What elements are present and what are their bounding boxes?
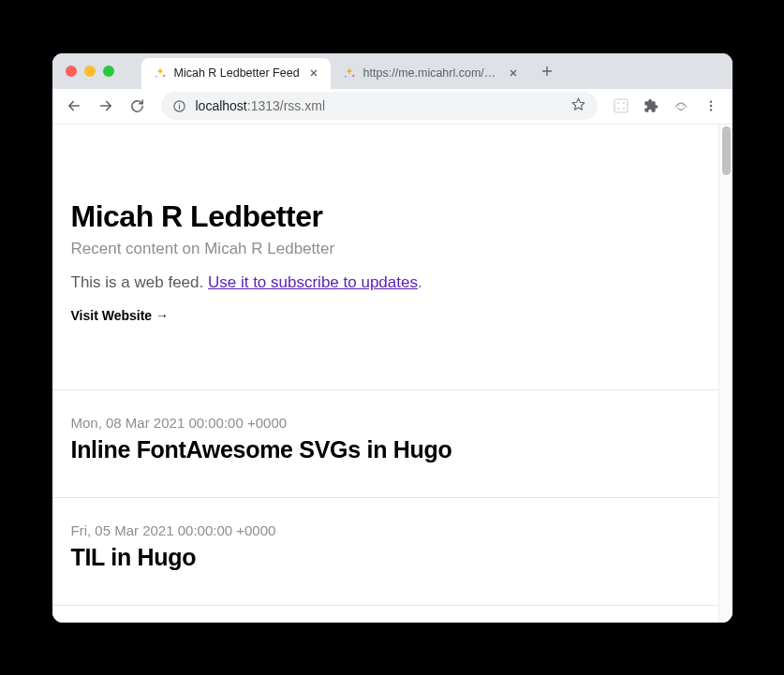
feed-entry: Mon, 08 Mar 2021 00:00:00 +0000 Inline F… xyxy=(52,389,718,497)
url-text: localhost:1313/rss.xml xyxy=(196,98,561,113)
extension-icon-2[interactable] xyxy=(667,92,695,120)
svg-point-5 xyxy=(623,102,625,104)
minimize-window-button[interactable] xyxy=(84,66,96,77)
feed-title: Micah R Ledbetter xyxy=(71,199,700,234)
feed-desc-suffix: . xyxy=(418,273,422,291)
tab-title: https://me.micahrl.com/rss.xml xyxy=(363,66,499,80)
tab-strip: Micah R Ledbetter Feed https://me.micahr… xyxy=(52,53,732,89)
maximize-window-button[interactable] xyxy=(103,66,114,77)
close-tab-icon[interactable] xyxy=(306,66,321,81)
menu-button[interactable] xyxy=(697,92,725,120)
url-host: localhost xyxy=(196,98,247,113)
feed-entry: Fri, 05 Mar 2021 00:00:00 +0000 TIL in H… xyxy=(52,497,718,605)
extensions-puzzle-icon[interactable] xyxy=(637,92,665,120)
tab-inactive[interactable]: https://me.micahrl.com/rss.xml xyxy=(331,58,530,89)
svg-rect-3 xyxy=(614,99,628,112)
forward-button[interactable] xyxy=(92,92,120,120)
svg-point-4 xyxy=(617,102,619,104)
svg-point-7 xyxy=(623,108,625,110)
entry-title[interactable]: TIL in Hugo xyxy=(71,544,700,571)
svg-point-8 xyxy=(678,105,679,106)
feed-subtitle: Recent content on Micah R Ledbetter xyxy=(71,240,700,258)
bookmark-star-icon[interactable] xyxy=(570,96,586,115)
entry-title[interactable]: Inline FontAwesome SVGs in Hugo xyxy=(71,436,700,463)
feed-entry-partial xyxy=(52,605,718,623)
entries-list: Mon, 08 Mar 2021 00:00:00 +0000 Inline F… xyxy=(52,389,718,623)
svg-point-6 xyxy=(617,108,619,110)
toolbar-right xyxy=(607,92,725,120)
svg-point-2 xyxy=(178,103,179,104)
svg-point-12 xyxy=(709,109,711,110)
back-button[interactable] xyxy=(60,92,88,120)
subscribe-link[interactable]: Use it to subscribe to updates xyxy=(208,273,418,291)
tabs: Micah R Ledbetter Feed https://me.micahr… xyxy=(141,58,560,89)
new-tab-button[interactable] xyxy=(534,58,560,84)
page-content: Micah R Ledbetter Recent content on Mica… xyxy=(52,125,718,623)
toolbar: localhost:1313/rss.xml xyxy=(52,89,732,125)
content-area: Micah R Ledbetter Recent content on Mica… xyxy=(52,125,732,623)
feed-desc-prefix: This is a web feed. xyxy=(71,273,208,291)
scrollbar-track[interactable] xyxy=(718,125,732,623)
scrollbar-thumb[interactable] xyxy=(722,126,731,175)
url-path: :1313/rss.xml xyxy=(247,98,325,113)
tab-active[interactable]: Micah R Ledbetter Feed xyxy=(141,58,331,89)
visit-website-link[interactable]: Visit Website → xyxy=(71,308,170,323)
feed-description: This is a web feed. Use it to subscribe … xyxy=(71,273,700,292)
browser-window: Micah R Ledbetter Feed https://me.micahr… xyxy=(52,53,732,623)
sparkle-icon xyxy=(342,66,357,81)
svg-point-10 xyxy=(709,100,711,102)
svg-point-11 xyxy=(709,105,711,107)
close-window-button[interactable] xyxy=(66,66,77,77)
entry-date: Mon, 08 Mar 2021 00:00:00 +0000 xyxy=(71,415,700,431)
entry-date: Fri, 05 Mar 2021 00:00:00 +0000 xyxy=(71,522,700,538)
window-controls xyxy=(66,66,114,77)
extension-icon[interactable] xyxy=(607,92,635,120)
sparkle-icon xyxy=(153,66,168,81)
address-bar[interactable]: localhost:1313/rss.xml xyxy=(161,92,598,120)
svg-point-9 xyxy=(682,105,683,106)
tab-title: Micah R Ledbetter Feed xyxy=(174,66,300,80)
site-info-icon[interactable] xyxy=(172,99,186,113)
close-tab-icon[interactable] xyxy=(506,66,521,81)
reload-button[interactable] xyxy=(124,92,152,120)
